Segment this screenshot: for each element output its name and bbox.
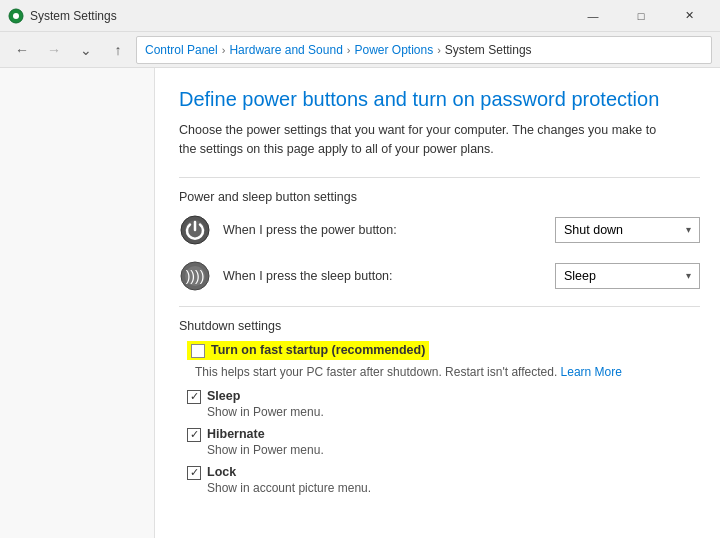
back-button[interactable]: ← [8, 36, 36, 64]
sleep-option-checkbox[interactable]: ✓ [187, 390, 201, 404]
up-button[interactable]: ↑ [104, 36, 132, 64]
maximize-button[interactable]: □ [618, 0, 664, 32]
fast-startup-section: Turn on fast startup (recommended) This … [179, 341, 700, 379]
breadcrumb-control-panel[interactable]: Control Panel [145, 43, 218, 57]
hibernate-desc: Show in Power menu. [207, 443, 324, 457]
sleep-option-label: Sleep [207, 389, 324, 403]
hibernate-label: Hibernate [207, 427, 324, 441]
breadcrumb-sep-3: › [437, 44, 441, 56]
divider-2 [179, 306, 700, 307]
sleep-button-dropdown[interactable]: Sleep ▾ [555, 263, 700, 289]
forward-button: → [40, 36, 68, 64]
lock-desc: Show in account picture menu. [207, 481, 371, 495]
breadcrumb-power-options[interactable]: Power Options [354, 43, 433, 57]
sleep-option-desc: Show in Power menu. [207, 405, 324, 419]
minimize-button[interactable]: — [570, 0, 616, 32]
sleep-checkbox-row: ✓ Sleep Show in Power menu. [179, 389, 700, 419]
lock-content: Lock Show in account picture menu. [207, 465, 371, 495]
sleep-button-label: When I press the sleep button: [223, 269, 543, 283]
page-description: Choose the power settings that you want … [179, 121, 669, 159]
breadcrumb: Control Panel › Hardware and Sound › Pow… [136, 36, 712, 64]
shutdown-header: Shutdown settings [179, 319, 700, 333]
power-button-row: When I press the power button: Shut down… [179, 214, 700, 246]
learn-more-link[interactable]: Learn More [561, 365, 622, 379]
lock-checkbox-row: ✓ Lock Show in account picture menu. [179, 465, 700, 495]
breadcrumb-hardware-sound[interactable]: Hardware and Sound [229, 43, 342, 57]
lock-label: Lock [207, 465, 371, 479]
svg-point-1 [13, 13, 19, 19]
nav-bar: ← → ⌄ ↑ Control Panel › Hardware and Sou… [0, 32, 720, 68]
power-button-value: Shut down [564, 223, 623, 237]
divider-1 [179, 177, 700, 178]
breadcrumb-sep-1: › [222, 44, 226, 56]
main-layout: Define power buttons and turn on passwor… [0, 68, 720, 538]
power-sleep-header: Power and sleep button settings [179, 190, 700, 204]
sleep-dropdown-arrow: ▾ [686, 270, 691, 281]
power-button-dropdown[interactable]: Shut down ▾ [555, 217, 700, 243]
fast-startup-description: This helps start your PC faster after sh… [187, 365, 700, 379]
breadcrumb-current: System Settings [445, 43, 532, 57]
power-button-label: When I press the power button: [223, 223, 543, 237]
window-controls: — □ ✕ [570, 0, 712, 32]
page-title: Define power buttons and turn on passwor… [179, 88, 700, 111]
power-dropdown-arrow: ▾ [686, 224, 691, 235]
close-button[interactable]: ✕ [666, 0, 712, 32]
hibernate-checkbox-row: ✓ Hibernate Show in Power menu. [179, 427, 700, 457]
dropdown-button[interactable]: ⌄ [72, 36, 100, 64]
content-area: Define power buttons and turn on passwor… [155, 68, 720, 538]
lock-checkbox[interactable]: ✓ [187, 466, 201, 480]
shutdown-section: Shutdown settings Turn on fast startup (… [179, 319, 700, 495]
power-button-icon [179, 214, 211, 246]
svg-text:)))): )))) [186, 268, 205, 284]
window-title: System Settings [30, 9, 117, 23]
hibernate-checkbox[interactable]: ✓ [187, 428, 201, 442]
sleep-button-icon: )))) [179, 260, 211, 292]
title-bar: System Settings — □ ✕ [0, 0, 720, 32]
breadcrumb-sep-2: › [347, 44, 351, 56]
sleep-option-content: Sleep Show in Power menu. [207, 389, 324, 419]
app-icon [8, 8, 24, 24]
sidebar [0, 68, 155, 538]
hibernate-content: Hibernate Show in Power menu. [207, 427, 324, 457]
sleep-button-value: Sleep [564, 269, 596, 283]
sleep-button-row: )))) When I press the sleep button: Slee… [179, 260, 700, 292]
fast-startup-highlight: Turn on fast startup (recommended) [187, 341, 429, 360]
fast-startup-checkbox[interactable] [191, 344, 205, 358]
fast-startup-label: Turn on fast startup (recommended) [211, 343, 425, 357]
